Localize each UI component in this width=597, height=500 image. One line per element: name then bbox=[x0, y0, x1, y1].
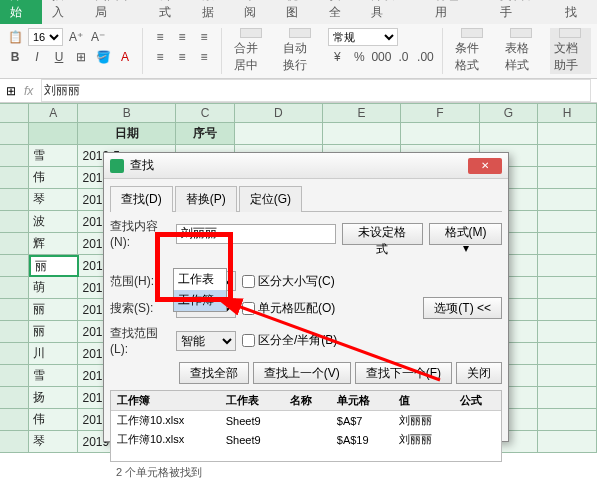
col-header[interactable]: H bbox=[538, 103, 597, 123]
align-left-icon[interactable]: ≡ bbox=[151, 48, 169, 66]
cell[interactable] bbox=[538, 277, 597, 299]
range-select[interactable]: 智能 bbox=[176, 331, 236, 351]
result-row[interactable]: 工作簿10.xlsxSheet9$A$19刘丽丽 bbox=[111, 430, 501, 449]
cell[interactable]: 丽 bbox=[29, 321, 78, 343]
cell[interactable] bbox=[538, 123, 597, 145]
cell[interactable]: 丽 bbox=[29, 299, 78, 321]
cell[interactable]: 序号 bbox=[176, 123, 235, 145]
tab-find[interactable]: 查找 bbox=[555, 0, 597, 24]
cond-format-group[interactable]: 条件格式 bbox=[451, 28, 492, 74]
row-header[interactable] bbox=[0, 211, 29, 233]
border-icon[interactable]: ⊞ bbox=[72, 48, 90, 66]
cell[interactable]: 琴 bbox=[29, 189, 78, 211]
align-mid-icon[interactable]: ≡ bbox=[173, 28, 191, 46]
align-center-icon[interactable]: ≡ bbox=[173, 48, 191, 66]
dropdown-option[interactable]: 工作簿 bbox=[174, 290, 226, 311]
italic-icon[interactable]: I bbox=[28, 48, 46, 66]
cell[interactable] bbox=[538, 343, 597, 365]
width-checkbox[interactable] bbox=[242, 334, 255, 347]
row-header[interactable] bbox=[0, 365, 29, 387]
row-header[interactable] bbox=[0, 189, 29, 211]
tab-insert[interactable]: 插入 bbox=[42, 0, 84, 24]
col-name[interactable]: 名称 bbox=[284, 391, 331, 411]
row-header[interactable] bbox=[0, 409, 29, 431]
close-button[interactable]: 关闭 bbox=[456, 362, 502, 384]
options-button[interactable]: 选项(T) << bbox=[423, 297, 502, 319]
cell[interactable] bbox=[538, 365, 597, 387]
row-header[interactable] bbox=[0, 299, 29, 321]
cell[interactable]: 日期 bbox=[78, 123, 176, 145]
font-color-icon[interactable]: A bbox=[116, 48, 134, 66]
cell[interactable] bbox=[538, 255, 597, 277]
cell[interactable] bbox=[538, 321, 597, 343]
cell[interactable] bbox=[538, 211, 597, 233]
cell[interactable]: 琴 bbox=[29, 431, 78, 453]
cell[interactable]: 波 bbox=[29, 211, 78, 233]
tab-security[interactable]: 安全 bbox=[319, 0, 361, 24]
cell[interactable]: 扬 bbox=[29, 387, 78, 409]
number-format-select[interactable]: 常规 bbox=[328, 28, 398, 46]
cell[interactable] bbox=[538, 409, 597, 431]
decrease-font-icon[interactable]: A⁻ bbox=[89, 28, 107, 46]
cell[interactable]: 伟 bbox=[29, 409, 78, 431]
cell[interactable] bbox=[401, 123, 479, 145]
cell[interactable]: 萌 bbox=[29, 277, 78, 299]
cell[interactable] bbox=[29, 123, 78, 145]
row-header[interactable] bbox=[0, 321, 29, 343]
row-header[interactable] bbox=[0, 123, 29, 145]
col-header[interactable]: D bbox=[235, 103, 323, 123]
cell[interactable] bbox=[538, 387, 597, 409]
align-bot-icon[interactable]: ≡ bbox=[195, 28, 213, 46]
fx-icon[interactable]: fx bbox=[24, 84, 33, 98]
doc-helper-group[interactable]: 文档助手 bbox=[550, 28, 591, 74]
cell[interactable] bbox=[480, 123, 539, 145]
align-right-icon[interactable]: ≡ bbox=[195, 48, 213, 66]
col-value[interactable]: 值 bbox=[393, 391, 455, 411]
comma-icon[interactable]: 000 bbox=[372, 48, 390, 66]
col-header[interactable]: G bbox=[480, 103, 539, 123]
cell[interactable] bbox=[538, 189, 597, 211]
find-content-input[interactable] bbox=[176, 224, 336, 244]
case-checkbox[interactable] bbox=[242, 275, 255, 288]
row-header[interactable] bbox=[0, 167, 29, 189]
cell[interactable]: 辉 bbox=[29, 233, 78, 255]
dialog-titlebar[interactable]: 查找 ✕ bbox=[104, 153, 508, 179]
cell[interactable] bbox=[323, 123, 401, 145]
row-header[interactable] bbox=[0, 343, 29, 365]
bold-icon[interactable]: B bbox=[6, 48, 24, 66]
increase-font-icon[interactable]: A⁺ bbox=[67, 28, 85, 46]
result-row[interactable]: 工作簿10.xlsxSheet9$A$7刘丽丽 bbox=[111, 411, 501, 431]
cell[interactable]: 雪 bbox=[29, 365, 78, 387]
tab-layout[interactable]: 页面布局 bbox=[85, 0, 150, 24]
row-header[interactable] bbox=[0, 255, 29, 277]
cell-indicator-icon[interactable]: ⊞ bbox=[6, 84, 16, 98]
table-style-group[interactable]: 表格样式 bbox=[501, 28, 542, 74]
wrap-group[interactable]: 自动换行 bbox=[279, 28, 320, 74]
tab-view[interactable]: 视图 bbox=[276, 0, 318, 24]
tab-replace[interactable]: 替换(P) bbox=[175, 186, 237, 212]
col-formula[interactable]: 公式 bbox=[454, 391, 501, 411]
dec-dec-icon[interactable]: .00 bbox=[416, 48, 434, 66]
tab-goto[interactable]: 定位(G) bbox=[239, 186, 302, 212]
row-header[interactable] bbox=[0, 233, 29, 255]
percent-icon[interactable]: % bbox=[350, 48, 368, 66]
font-size-select[interactable]: 16 bbox=[28, 28, 63, 46]
tab-formula[interactable]: 公式 bbox=[149, 0, 191, 24]
select-all-cell[interactable] bbox=[0, 103, 29, 123]
col-header[interactable]: C bbox=[176, 103, 235, 123]
underline-icon[interactable]: U bbox=[50, 48, 68, 66]
col-header[interactable]: A bbox=[29, 103, 78, 123]
cell[interactable]: 丽 bbox=[29, 255, 78, 277]
no-format-button[interactable]: 未设定格式 bbox=[342, 223, 424, 245]
col-header[interactable]: F bbox=[401, 103, 479, 123]
cellmatch-checkbox[interactable] bbox=[242, 302, 255, 315]
row-header[interactable] bbox=[0, 387, 29, 409]
cell[interactable] bbox=[538, 233, 597, 255]
cell[interactable] bbox=[235, 123, 323, 145]
col-cell[interactable]: 单元格 bbox=[331, 391, 393, 411]
col-header[interactable]: E bbox=[323, 103, 401, 123]
currency-icon[interactable]: ¥ bbox=[328, 48, 346, 66]
col-worksheet[interactable]: 工作表 bbox=[220, 391, 284, 411]
find-all-button[interactable]: 查找全部 bbox=[179, 362, 249, 384]
row-header[interactable] bbox=[0, 277, 29, 299]
